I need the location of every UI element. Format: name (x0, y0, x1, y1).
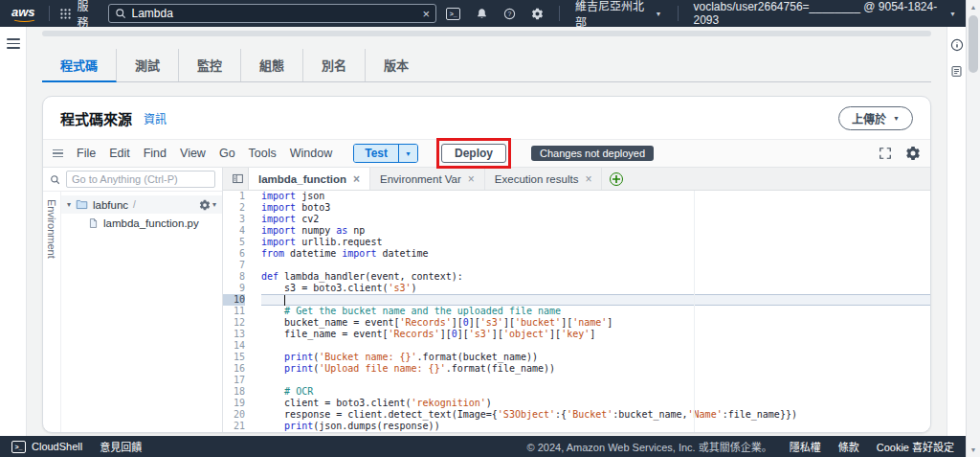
test-dropdown-icon[interactable]: ▼ (398, 145, 417, 162)
code-line[interactable]: def lambda_handler(event, context): (261, 271, 930, 283)
scroll-down-icon[interactable]: ▼ (967, 446, 980, 453)
code-line[interactable]: file_name = event['Records'][0]['s3']['o… (261, 329, 930, 340)
scrollbar-thumb[interactable] (969, 15, 978, 73)
left-navigation-rail (0, 27, 27, 436)
close-icon[interactable]: × (353, 173, 360, 185)
editor-tab-lambda-function[interactable]: lambda_function × (248, 168, 370, 190)
editor-tab-environment-var[interactable]: Environment Var × (370, 168, 485, 190)
tab-aliases[interactable]: 別名 (303, 49, 366, 81)
menu-go[interactable]: Go (219, 147, 235, 160)
test-button[interactable]: Test ▼ (353, 144, 418, 163)
line-number: 13 (223, 329, 245, 340)
code-line[interactable] (261, 340, 930, 352)
editor-code-lines[interactable]: import jsonimport boto3import cv2import … (252, 191, 930, 432)
tab-label: 測試 (135, 58, 160, 73)
code-line[interactable]: client = boto3.client('rekognition') (261, 398, 930, 409)
code-line[interactable] (261, 260, 930, 271)
code-line[interactable] (261, 375, 930, 386)
cloudshell-icon[interactable]: >_ (446, 8, 460, 20)
tab-monitor[interactable]: 監控 (179, 49, 241, 81)
menu-window[interactable]: Window (290, 147, 332, 160)
code-line[interactable]: s3 = boto3.client('s3') (261, 283, 930, 294)
search-clear-icon[interactable]: × (423, 8, 431, 20)
region-selector[interactable]: 維吉尼亞州北部 ▼ (575, 0, 661, 30)
sidebar-toggle-icon[interactable] (227, 172, 248, 185)
test-button-label[interactable]: Test (354, 145, 398, 162)
top-navigation-bar: aws 服務 × >_ ? 維吉尼亞州北部 ▼ vo (0, 0, 966, 27)
environment-tab-label[interactable]: Environment (46, 199, 57, 432)
cloudshell-label: CloudShell (32, 441, 82, 452)
terms-link[interactable]: 條款 (838, 439, 859, 454)
code-line[interactable]: import json (261, 191, 930, 202)
code-line[interactable]: bucket_name = event['Records'][0]['s3'][… (261, 317, 930, 329)
deploy-button[interactable]: Deploy (441, 144, 506, 163)
line-number: 17 (223, 375, 245, 386)
hamburger-menu-icon[interactable] (7, 38, 20, 49)
code-editor[interactable]: 12345678910111213141516171819202122 impo… (223, 191, 930, 432)
horizontal-scrollbar[interactable] (42, 31, 931, 36)
privacy-link[interactable]: 隱私權 (790, 439, 821, 454)
tree-folder-labfunc[interactable]: ▾ labfunc / ▾ (61, 195, 222, 214)
cloudshell-footer-button[interactable]: >_ CloudShell (11, 441, 82, 453)
help-icon[interactable]: ? (503, 8, 516, 20)
code-line[interactable]: print(json.dumps(response)) (261, 421, 930, 432)
new-tab-button[interactable] (610, 172, 623, 186)
code-line[interactable]: print('Upload file name: {}'.format(file… (261, 363, 930, 375)
code-line[interactable]: import cv2 (261, 214, 930, 225)
right-tools-rail (947, 27, 966, 436)
feedback-link[interactable]: 意見回饋 (100, 439, 142, 454)
close-icon[interactable]: × (468, 173, 475, 185)
line-number: 2 (223, 202, 245, 214)
services-menu[interactable]: 服務 (59, 0, 99, 30)
tab-test[interactable]: 測試 (117, 49, 179, 81)
line-number: 9 (223, 283, 245, 294)
editor-toolbar: File Edit Find View Go Tools Window Test… (43, 139, 930, 168)
editor-tab-execution-results[interactable]: Execution results × (485, 168, 603, 190)
upload-from-button[interactable]: 上傳於 ▼ (838, 106, 913, 130)
code-line[interactable]: print('Bucket name: {}'.format(bucket_na… (261, 352, 930, 363)
menu-find[interactable]: Find (144, 147, 167, 160)
info-panel-icon[interactable] (950, 38, 964, 52)
tab-versions[interactable]: 版本 (366, 49, 427, 81)
search-icon (115, 8, 126, 19)
menu-view[interactable]: View (180, 147, 206, 160)
tree-file-lambda-function[interactable]: lambda_function.py (61, 214, 222, 232)
notifications-bell-icon[interactable] (476, 8, 488, 20)
region-label: 維吉尼亞州北部 (575, 0, 650, 30)
editor-menu-icon[interactable] (53, 149, 63, 157)
cookie-preferences-link[interactable]: Cookie 喜好設定 (877, 439, 954, 454)
code-line[interactable]: # Get the bucket name and the uploaded f… (261, 306, 930, 317)
changes-status-badge: Changes not deployed (531, 146, 654, 161)
menu-tools[interactable]: Tools (249, 147, 277, 160)
goto-anything-input[interactable] (66, 171, 215, 188)
aws-logo[interactable]: aws (10, 5, 39, 22)
settings-gear-icon[interactable] (531, 8, 544, 20)
line-number: 5 (223, 237, 245, 248)
code-line[interactable] (261, 294, 930, 306)
tab-configuration[interactable]: 組態 (241, 49, 303, 81)
line-number: 20 (223, 409, 245, 421)
code-line[interactable]: import numpy as np (261, 225, 930, 237)
account-menu[interactable]: voclabs/user2664756=________ @ 9054-1824… (693, 0, 956, 27)
fullscreen-icon[interactable] (879, 147, 892, 160)
page-scrollbar[interactable]: ▲ ▼ (966, 0, 980, 457)
code-line[interactable]: from datetime import datetime (261, 248, 930, 260)
tab-code[interactable]: 程式碼 (42, 49, 117, 82)
code-line[interactable]: import boto3 (261, 202, 930, 214)
folder-caret-icon[interactable]: ▾ (67, 200, 71, 209)
menu-edit[interactable]: Edit (109, 147, 130, 160)
global-search-input[interactable] (132, 7, 417, 20)
editor-tab-label: lambda_function (258, 173, 346, 185)
close-icon[interactable]: × (585, 173, 591, 185)
global-search[interactable]: × (108, 4, 437, 23)
code-line[interactable]: import urllib.request (261, 237, 930, 248)
info-link[interactable]: 資訊 (144, 110, 167, 126)
copyright-text: © 2024, Amazon Web Services, Inc. 或其關係企業… (527, 439, 772, 454)
editor-settings-gear-icon[interactable] (905, 146, 921, 161)
documentation-panel-icon[interactable] (950, 65, 963, 78)
code-line[interactable]: response = client.detect_text(Image={'S3… (261, 409, 930, 421)
code-line[interactable]: # OCR (261, 386, 930, 398)
tree-settings-button[interactable]: ▾ (199, 199, 216, 211)
scroll-up-icon[interactable]: ▲ (967, 4, 980, 11)
menu-file[interactable]: File (77, 147, 96, 160)
